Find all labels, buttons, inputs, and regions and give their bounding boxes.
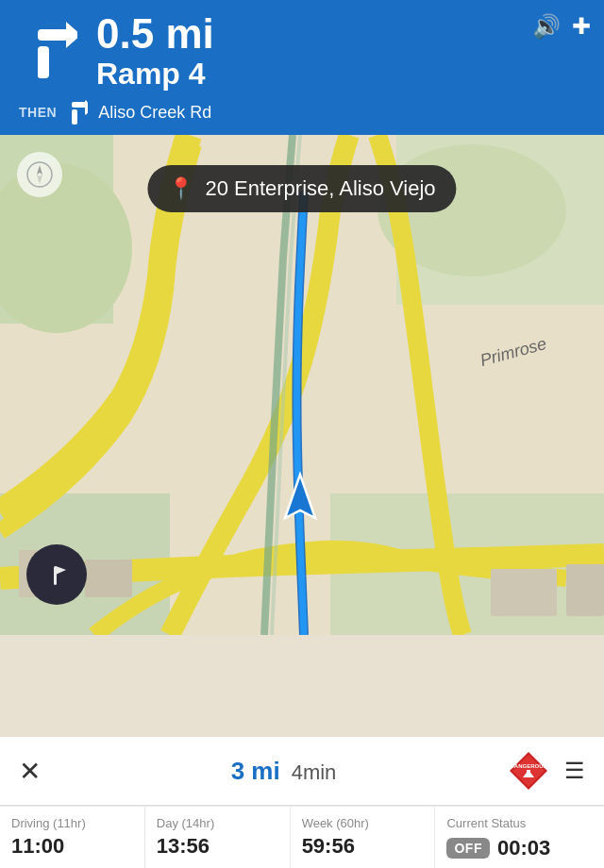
close-button[interactable]: ✕ xyxy=(19,756,41,787)
nav-header: 0.5 mi Ramp 4 🔊 ✚ THEN Ali xyxy=(0,0,604,135)
nav-distance: 0.5 mi xyxy=(96,11,589,57)
svg-rect-21 xyxy=(85,559,132,597)
nav-info: 0.5 mi Ramp 4 xyxy=(96,11,589,92)
svg-rect-3 xyxy=(38,48,47,78)
trip-distance: 3 mi xyxy=(231,757,280,786)
nav-top-icons: 🔊 ✚ xyxy=(532,13,591,40)
trip-summary-row: ✕ 3 mi 4min DANGEROUS ☰ xyxy=(0,737,604,806)
bottom-bar: ✕ 3 mi 4min DANGEROUS ☰ Driving (11hr) 1… xyxy=(0,737,604,868)
week-status-cell: Week (60hr) 59:56 xyxy=(291,807,436,868)
then-label: THEN xyxy=(19,105,57,120)
then-turn-arrow xyxy=(64,99,91,125)
then-street: Aliso Creek Rd xyxy=(98,103,211,123)
week-label: Week (60hr) xyxy=(302,816,424,830)
trip-time: 4min xyxy=(292,760,337,785)
svg-rect-33 xyxy=(527,770,530,775)
svg-marker-28 xyxy=(56,566,66,575)
current-status-cell: Current Status OFF 00:03 xyxy=(435,807,604,868)
driving-status-cell: Driving (11hr) 11:00 xyxy=(0,807,145,868)
sound-icon[interactable]: 🔊 xyxy=(532,13,561,40)
destination-bubble: 📍 20 Enterprise, Aliso Viejo xyxy=(147,165,456,212)
nav-street: Ramp 4 xyxy=(96,57,589,92)
svg-rect-10 xyxy=(73,102,86,107)
add-icon[interactable]: ✚ xyxy=(572,13,591,40)
turn-arrow-icon xyxy=(15,19,81,85)
day-label: Day (14hr) xyxy=(157,816,278,830)
off-badge[interactable]: OFF xyxy=(446,838,490,859)
svg-marker-25 xyxy=(37,165,42,175)
driving-value: 11:00 xyxy=(11,834,133,859)
day-value: 13:56 xyxy=(157,834,278,859)
svg-text:DANGEROUS: DANGEROUS xyxy=(510,763,546,769)
menu-icon[interactable]: ☰ xyxy=(564,758,585,784)
destination-pin-icon: 📍 xyxy=(168,176,193,201)
map-container[interactable]: 📍 20 Enterprise, Aliso Viejo Primrose xyxy=(0,135,604,635)
svg-rect-23 xyxy=(566,564,604,616)
flag-button[interactable] xyxy=(26,544,87,605)
trip-info: 3 mi 4min xyxy=(59,757,508,786)
current-status-inner: OFF 00:03 xyxy=(446,836,593,860)
svg-marker-5 xyxy=(66,22,77,48)
status-row: Driving (11hr) 11:00 Day (14hr) 13:56 We… xyxy=(0,806,604,868)
bottom-icons: DANGEROUS ☰ xyxy=(508,750,585,792)
day-status-cell: Day (14hr) 13:56 xyxy=(145,807,291,868)
driving-label: Driving (11hr) xyxy=(11,816,133,830)
svg-rect-4 xyxy=(40,29,68,39)
svg-marker-26 xyxy=(37,175,42,184)
dangerous-goods-badge[interactable]: DANGEROUS xyxy=(508,750,549,792)
svg-rect-9 xyxy=(73,110,77,124)
current-time-value: 00:03 xyxy=(497,836,550,860)
week-value: 59:56 xyxy=(302,834,424,859)
destination-text: 20 Enterprise, Aliso Viejo xyxy=(205,176,435,201)
svg-rect-22 xyxy=(491,569,557,616)
current-status-label: Current Status xyxy=(446,816,593,830)
